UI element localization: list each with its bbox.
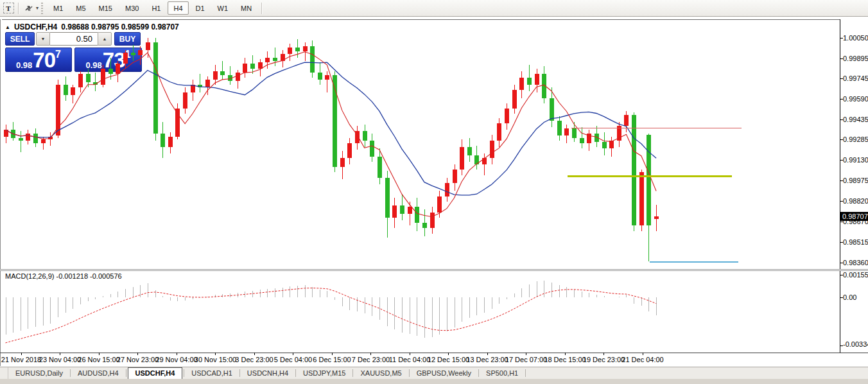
macd-axis-label: -0.003345: [843, 340, 868, 348]
ma-slow-line: [6, 62, 657, 195]
buy-price-big: 73: [103, 51, 125, 70]
macd-name: MACD(12,26,9): [5, 272, 54, 280]
timeframe-button-h1[interactable]: H1: [146, 1, 166, 15]
hline-objects[interactable]: [568, 128, 742, 262]
buy-price-prefix: 0.98: [86, 60, 102, 70]
timeframe-button-h4[interactable]: H4: [168, 1, 188, 15]
timeframe-button-m30[interactable]: M30: [119, 1, 144, 15]
toolbar: T ▾ M1M5M15M30H1H4D1W1MN: [0, 0, 868, 17]
ma-fast-line: [6, 52, 657, 217]
macd-axis-label: 0.001559: [843, 271, 868, 279]
price-axis-label: 0.99285: [843, 135, 868, 143]
timeframe-button-d1[interactable]: D1: [190, 1, 211, 15]
tab-audusd-h4[interactable]: AUDUSD,H4: [71, 368, 126, 379]
tab-bar-edge: [0, 367, 8, 379]
mt4-terminal: T ▾ M1M5M15M30H1H4D1W1MN ▲ USDCHF,H4 0.9…: [0, 0, 868, 384]
buy-button[interactable]: BUY: [114, 32, 141, 46]
price-axis-label: 0.99895: [843, 55, 868, 62]
sell-price-big: 70: [33, 51, 55, 70]
toolbar-separator-2: [261, 3, 263, 14]
price-axis-label: 0.98820: [843, 197, 868, 205]
macd-signal-line: [6, 288, 657, 343]
chart-title: ▲ USDCHF,H4 0.98688 0.98795 0.98599 0.98…: [5, 22, 179, 31]
price-axis-label: 0.98975: [843, 177, 868, 184]
price-axis-label: 0.98360: [843, 259, 868, 266]
buy-price-pipette: 1: [125, 50, 131, 59]
price-axis-label: 0.99435: [843, 116, 868, 123]
timeframe-buttons: M1M5M15M30H1H4D1W1MN: [47, 1, 258, 15]
timeframe-button-m1[interactable]: M1: [48, 1, 69, 15]
time-axis-label: 3 Dec 23:00: [235, 356, 273, 363]
time-axis-label: 17 Dec 07:00: [505, 356, 547, 363]
tab-separator: [126, 369, 126, 377]
text-tool-button[interactable]: T: [2, 2, 15, 15]
current-price-tag: 0.98707: [840, 212, 868, 221]
time-axis-label: 7 Dec 23:00: [352, 356, 390, 363]
time-axis-label: 23 Nov 04:00: [39, 356, 81, 363]
sell-price-display[interactable]: 0.98 70 7: [5, 48, 72, 72]
text-tool-icon: T: [3, 3, 14, 13]
macd-indicator-label: MACD(12,26,9) -0.001218 -0.000576: [5, 272, 122, 280]
cursor-arrows-button[interactable]: [22, 2, 35, 15]
time-axis-label: 30 Nov 15:00: [195, 356, 236, 363]
time-axis-label: 5 Dec 04:00: [274, 356, 312, 363]
chart-symbol: USDCHF,H4: [14, 22, 57, 31]
tab-eurusd-daily[interactable]: EURUSD,Daily: [8, 368, 70, 379]
macd-main-value: -0.001218: [56, 272, 88, 280]
tab-separator: [525, 369, 526, 377]
axis-ticks: [21, 38, 843, 355]
time-axis-label: 19 Dec 23:00: [583, 356, 625, 363]
timeframe-button-m15[interactable]: M15: [93, 1, 118, 15]
time-axis-label: 27 Nov 23:00: [117, 356, 159, 363]
chevron-down-icon[interactable]: ▾: [36, 5, 39, 11]
spin-down-icon: ▼: [41, 37, 46, 41]
volume-input[interactable]: 0.50: [50, 32, 98, 46]
buy-price-display[interactable]: 0.98 73 1: [74, 48, 142, 72]
tab-sp500-h1[interactable]: SP500,H1: [479, 368, 525, 379]
chart-ohlc-values: 0.98688 0.98795 0.98599 0.98707: [61, 22, 179, 31]
sell-button[interactable]: SELL: [5, 32, 35, 46]
time-axis-label: 21 Nov 2018: [1, 356, 41, 363]
volume-increase-button[interactable]: ▲: [98, 32, 112, 46]
tab-xauusd-m5[interactable]: XAUUSD,M5: [353, 368, 408, 379]
toolbar-separator: [18, 3, 19, 14]
time-axis-label: 26 Nov 15:00: [78, 356, 119, 363]
tab-usdcad-h1[interactable]: USDCAD,H1: [184, 368, 239, 379]
tab-usdjpy-m15[interactable]: USDJPY,M15: [296, 368, 352, 379]
price-axis-label: 0.98515: [843, 238, 868, 246]
timeframe-button-mn[interactable]: MN: [235, 1, 257, 15]
sell-price-pipette: 7: [55, 50, 61, 59]
time-axis-label: 29 Nov 04:00: [155, 356, 197, 363]
time-axis-label: 18 Dec 15:00: [544, 356, 586, 363]
tab-usdcnh-h4[interactable]: USDCNH,H4: [240, 368, 295, 379]
tab-usdchf-h4[interactable]: USDCHF,H4: [128, 367, 183, 380]
one-click-trading-panel: SELL ▼ 0.50 ▲ BUY 0.98 70 7 0.98 73: [5, 32, 142, 72]
macd-axis-label: 0.00: [843, 293, 856, 301]
arrows-icon: [24, 4, 34, 13]
time-axis-label: 6 Dec 15:00: [313, 356, 351, 363]
volume-decrease-button[interactable]: ▼: [36, 32, 50, 46]
price-axis-label: 0.99130: [843, 156, 868, 164]
ma-lines: [6, 52, 657, 217]
macd-histogram: [6, 281, 657, 338]
time-axis-label: 11 Dec 04:00: [389, 356, 431, 363]
collapse-icon[interactable]: ▲: [5, 24, 10, 30]
timeframe-button-w1[interactable]: W1: [212, 1, 234, 15]
tab-gbpusd-weekly[interactable]: GBPUSD,Weekly: [410, 368, 478, 379]
time-axis-label: 13 Dec 23:00: [466, 356, 508, 363]
chart-window: ▲ USDCHF,H4 0.98688 0.98795 0.98599 0.98…: [0, 17, 868, 367]
spin-up-icon: ▲: [103, 37, 107, 41]
time-axis-label: 21 Dec 04:00: [621, 356, 663, 363]
macd-signal-value: -0.000576: [90, 272, 122, 280]
price-axis-label: 1.00050: [843, 34, 868, 42]
sell-price-prefix: 0.98: [16, 60, 32, 70]
toolbar-grip[interactable]: [41, 3, 43, 14]
price-axis-label: 0.99590: [843, 95, 868, 103]
status-strip: [0, 379, 868, 384]
timeframe-button-m5[interactable]: M5: [70, 1, 91, 15]
time-axis-label: 12 Dec 15:00: [428, 356, 469, 363]
price-axis-label: 0.99745: [843, 74, 868, 82]
chart-tab-bar: EURUSD,DailyAUDUSD,H4USDCHF,H4USDCAD,H1U…: [0, 367, 868, 379]
